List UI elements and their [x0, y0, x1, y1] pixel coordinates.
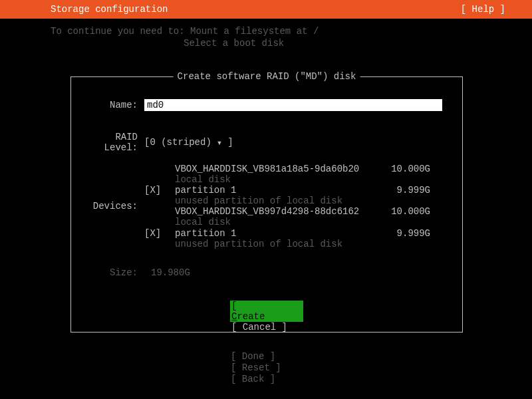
- name-input[interactable]: [144, 99, 442, 111]
- name-label: Name:: [104, 100, 144, 110]
- create-raid-dialog: Create software RAID ("MD") disk Name: R…: [70, 76, 463, 332]
- partition-name: partition 1: [175, 228, 397, 239]
- reset-button[interactable]: [ Reset ]: [229, 362, 303, 374]
- continue-line1: Mount a filesystem at /: [190, 26, 319, 37]
- partition-size: 9.999G: [397, 185, 430, 196]
- chevron-down-icon: ▾: [217, 137, 222, 148]
- header-bar: Storage configuration [ Help ]: [0, 0, 532, 19]
- partition-size: 9.999G: [397, 228, 430, 239]
- devices-list: VBOX_HARDDISK_VB981a18a5-9da60b20 10.000…: [144, 164, 430, 249]
- done-button[interactable]: [ Done ]: [229, 351, 303, 362]
- devices-label: Devices:: [91, 201, 144, 211]
- device-disk: VBOX_HARDDISK_VB981a18a5-9da60b20 10.000…: [144, 164, 430, 174]
- continue-message: To continue you need to: Mount a filesys…: [51, 25, 532, 49]
- devices-row: Devices: VBOX_HARDDISK_VB981a18a5-9da60b…: [91, 164, 450, 249]
- header-title: Storage configuration: [51, 4, 168, 15]
- disk-name: VBOX_HARDDISK_VB981a18a5-9da60b20: [144, 164, 359, 174]
- back-button[interactable]: [ Back ]: [229, 374, 303, 385]
- dialog-title: Create software RAID ("MD") disk: [174, 71, 360, 82]
- continue-prefix: To continue you need to:: [51, 26, 190, 37]
- partition-checkbox[interactable]: [X]: [144, 185, 175, 196]
- device-disk: VBOX_HARDDISK_VB997d4298-88dc6162 10.000…: [144, 206, 430, 217]
- create-button[interactable]: [ Create ]: [230, 301, 303, 322]
- raid-level-value: 0 (striped): [150, 137, 211, 148]
- raid-bracket-open: [: [144, 137, 150, 148]
- raid-level-select[interactable]: [ 0 (striped) ▾ ]: [144, 137, 233, 148]
- disk-name: VBOX_HARDDISK_VB997d4298-88dc6162: [144, 206, 359, 217]
- footer-buttons: [ Done ] [ Reset ] [ Back ]: [229, 351, 303, 384]
- size-row: Size: 19.980G: [104, 267, 190, 278]
- raid-bracket-close: ]: [227, 137, 233, 148]
- disk-subtitle: local disk: [144, 174, 430, 185]
- continue-line2: Select a boot disk: [184, 38, 284, 49]
- partition-name: partition 1: [175, 185, 397, 196]
- raid-level-row: RAID Level: [ 0 (striped) ▾ ]: [78, 132, 233, 153]
- partition-subtitle: unused partition of local disk: [144, 196, 430, 206]
- disk-subtitle: local disk: [144, 217, 430, 227]
- partition-checkbox[interactable]: [X]: [144, 228, 175, 239]
- name-row: Name:: [104, 99, 450, 111]
- disk-size: 10.000G: [391, 206, 430, 217]
- raid-level-label: RAID Level:: [78, 132, 144, 153]
- size-label: Size:: [104, 267, 144, 278]
- partition-row[interactable]: [X] partition 1 9.999G: [144, 185, 430, 196]
- dialog-buttons: [ Create ] [ Cancel ]: [230, 301, 303, 332]
- size-value: 19.980G: [151, 267, 190, 278]
- help-link[interactable]: [ Help ]: [461, 4, 505, 15]
- cancel-button[interactable]: [ Cancel ]: [230, 322, 303, 332]
- disk-size: 10.000G: [391, 164, 430, 174]
- partition-row[interactable]: [X] partition 1 9.999G: [144, 228, 430, 239]
- partition-subtitle: unused partition of local disk: [144, 239, 430, 249]
